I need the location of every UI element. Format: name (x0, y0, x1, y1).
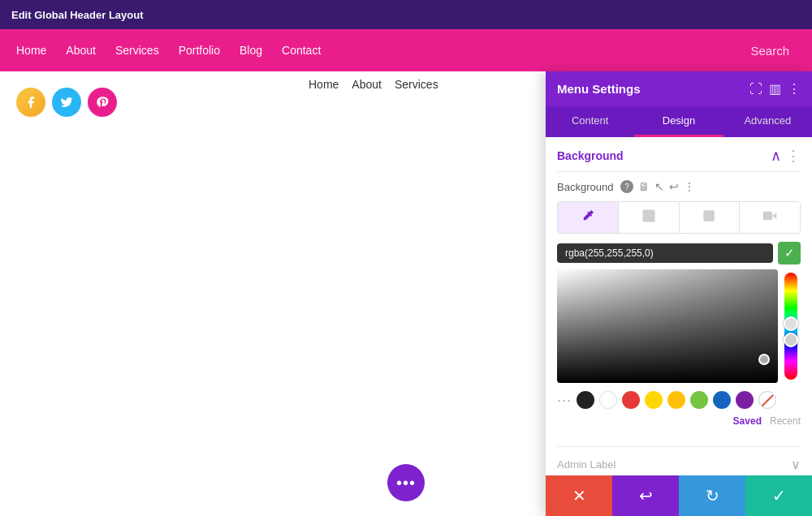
swatch-yellow[interactable] (645, 391, 663, 409)
bg-row-icons: ? 🖥 ↖ ↩ ⋮ (620, 180, 695, 193)
redo-icon: ↻ (706, 486, 719, 505)
twitter-icon[interactable] (52, 88, 81, 117)
panel-title: Menu Settings (557, 82, 641, 96)
hue-slider[interactable] (784, 273, 797, 380)
search-button[interactable]: Search (728, 29, 812, 71)
floating-menu-button[interactable]: ••• (387, 464, 425, 501)
background-label: Background (557, 181, 614, 193)
swatch-purple[interactable] (736, 391, 754, 409)
swatch-amber[interactable] (667, 391, 685, 409)
panel-confirm-button[interactable]: ✓ (745, 475, 812, 516)
tab-content[interactable]: Content (546, 106, 634, 137)
background-section-title: Background (557, 149, 624, 162)
recent-tab[interactable]: Recent (770, 415, 801, 427)
panel-footer: ✕ ↩ ↻ ✓ (546, 475, 812, 516)
reset-icon[interactable]: ↩ (669, 180, 679, 193)
bg-type-buttons (557, 201, 801, 234)
panel-tabs: Content Design Advanced (546, 106, 812, 137)
close-icon: ✕ (572, 486, 586, 505)
svg-rect-4 (763, 212, 772, 221)
swatch-white[interactable] (599, 391, 617, 409)
sec-nav-about[interactable]: About (352, 78, 382, 91)
secondary-nav: Home About Services (309, 71, 438, 97)
top-bar: Edit Global Header Layout (0, 0, 812, 29)
admin-label-title: Admin Label (557, 458, 615, 471)
help-icon[interactable]: ? (620, 180, 633, 193)
panel-close-button[interactable]: ✕ (546, 475, 612, 516)
dots-icon: ••• (396, 474, 416, 492)
nav-blog[interactable]: Blog (240, 44, 262, 57)
background-row: Background ? 🖥 ↖ ↩ ⋮ (557, 180, 801, 193)
content-area: Home About Services Menu Settings ⛶ ▥ ⋮ … (0, 71, 812, 516)
panel-header: Menu Settings ⛶ ▥ ⋮ (546, 71, 812, 106)
tab-advanced[interactable]: Advanced (723, 106, 812, 137)
svg-rect-0 (642, 210, 654, 222)
color-picker-wrap: ✓ (557, 242, 801, 383)
hue-thumb-1[interactable] (784, 316, 798, 331)
bg-color-btn[interactable] (558, 202, 619, 233)
color-input-row: ✓ (557, 242, 801, 264)
menu-settings-panel: Menu Settings ⛶ ▥ ⋮ Content Design Advan… (546, 71, 812, 516)
color-swatches: ··· (557, 391, 801, 409)
nav-portfolio[interactable]: Portfolio (179, 44, 220, 57)
split-icon[interactable]: ▥ (769, 81, 781, 97)
color-hex-input[interactable] (557, 243, 773, 263)
pinterest-icon[interactable] (88, 88, 117, 117)
swatches-more-icon[interactable]: ··· (557, 392, 572, 409)
gradient-thumb[interactable] (758, 354, 770, 365)
sec-nav-services[interactable]: Services (395, 78, 438, 91)
background-section-header: Background ∧ ⋮ (557, 137, 801, 172)
facebook-icon[interactable] (16, 88, 45, 117)
nav-home[interactable]: Home (16, 44, 46, 57)
saved-recent-row: Saved Recent (557, 415, 801, 427)
swatch-none[interactable] (758, 391, 776, 409)
bg-gradient-btn[interactable] (619, 202, 680, 233)
svg-point-2 (706, 213, 708, 214)
svg-marker-3 (772, 213, 776, 219)
color-gradient-canvas[interactable] (557, 269, 778, 383)
panel-header-icons: ⛶ ▥ ⋮ (749, 81, 801, 97)
check-icon: ✓ (772, 486, 786, 505)
hue-thumb-2[interactable] (784, 333, 798, 347)
background-section: Background ∧ ⋮ Background ? 🖥 ↖ ↩ ⋮ (546, 137, 812, 446)
top-bar-title: Edit Global Header Layout (11, 9, 144, 21)
admin-label-header[interactable]: Admin Label ∨ (557, 446, 801, 475)
panel-redo-button[interactable]: ↻ (679, 475, 745, 516)
swatch-red[interactable] (622, 391, 640, 409)
admin-label-section: Admin Label ∨ (546, 446, 812, 475)
bg-image-btn[interactable] (680, 202, 741, 233)
resize-icon[interactable]: ⛶ (749, 82, 762, 97)
nav-about[interactable]: About (66, 44, 96, 57)
cursor-icon[interactable]: ↖ (654, 180, 664, 193)
sec-nav-home[interactable]: Home (309, 78, 339, 91)
saved-tab[interactable]: Saved (733, 415, 762, 427)
more-icon[interactable]: ⋮ (788, 81, 801, 97)
tab-design[interactable]: Design (634, 106, 723, 137)
panel-undo-button[interactable]: ↩ (612, 475, 679, 516)
color-confirm-button[interactable]: ✓ (778, 242, 801, 264)
undo-icon: ↩ (639, 486, 653, 505)
swatch-black[interactable] (577, 391, 594, 409)
nav-contact[interactable]: Contact (282, 44, 321, 57)
collapse-icon[interactable]: ∧ (771, 147, 781, 165)
admin-label-chevron-down-icon[interactable]: ∨ (791, 457, 801, 472)
bg-more-icon[interactable]: ⋮ (786, 147, 801, 165)
swatch-blue[interactable] (713, 391, 731, 409)
nav-services[interactable]: Services (115, 44, 159, 57)
bg-section-controls: ∧ ⋮ (771, 147, 801, 165)
bg-video-btn[interactable] (740, 202, 800, 233)
swatch-green[interactable] (690, 391, 708, 409)
nav-bar: Home About Services Portfolio Blog Conta… (0, 29, 812, 71)
bg-options-icon[interactable]: ⋮ (684, 180, 695, 193)
panel-content: Background ∧ ⋮ Background ? 🖥 ↖ ↩ ⋮ (546, 137, 812, 475)
desktop-icon[interactable]: 🖥 (638, 180, 650, 193)
